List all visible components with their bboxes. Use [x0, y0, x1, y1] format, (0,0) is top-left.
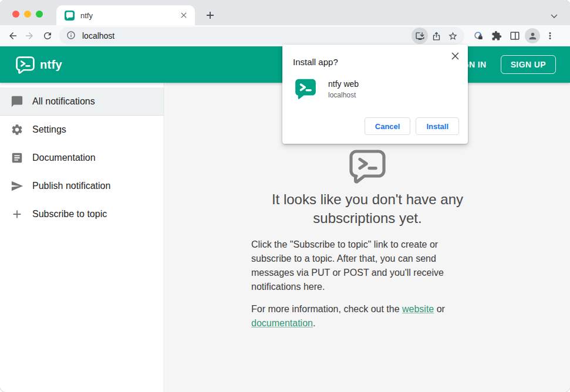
sidebar-item-publish-notification[interactable]: Publish notification: [0, 172, 164, 200]
plus-icon: [11, 208, 23, 221]
browser-tab-ntfy[interactable]: ntfy: [56, 5, 195, 25]
install-app-icon[interactable]: [412, 28, 428, 44]
send-icon: [11, 180, 23, 192]
cancel-button[interactable]: Cancel: [365, 117, 411, 135]
more-info-suffix: .: [313, 318, 315, 328]
extensions-puzzle-icon[interactable]: [488, 28, 505, 44]
tab-close-icon[interactable]: [178, 10, 189, 21]
dialog-buttons: Cancel Install: [365, 117, 459, 135]
chat-bubble-icon: [11, 95, 23, 108]
sidebar-item-label: Publish notification: [32, 181, 110, 191]
tab-title: ntfy: [80, 11, 178, 20]
ntfy-favicon-icon: [65, 11, 75, 21]
zoom-window-button[interactable]: [36, 11, 43, 18]
tab-strip: ntfy: [0, 0, 570, 25]
forward-icon[interactable]: [21, 28, 38, 44]
extension-lock-icon[interactable]: [470, 28, 487, 44]
intro-paragraph: Click the "Subscribe to topic" link to c…: [251, 238, 457, 294]
new-tab-button[interactable]: [203, 8, 217, 22]
browser-toolbar: localhost: [0, 25, 570, 46]
install-app-dialog: Install app? ntfy web localhost Cancel I…: [282, 45, 468, 144]
sidebar-item-subscribe-to-topic[interactable]: Subscribe to topic: [0, 200, 164, 228]
more-info-prefix: For more information, check out the: [251, 304, 402, 314]
sidebar: All notifications Settings Documentation…: [0, 83, 164, 392]
share-icon[interactable]: [428, 28, 444, 44]
article-icon: [11, 151, 23, 164]
browser-window: ntfy localhost: [0, 0, 570, 392]
more-info-middle: or: [434, 304, 445, 314]
empty-state-heading: It looks like you don't have any subscri…: [241, 190, 494, 228]
documentation-link[interactable]: documentation: [251, 318, 313, 328]
sidebar-item-documentation[interactable]: Documentation: [0, 144, 164, 172]
close-window-button[interactable]: [12, 11, 19, 18]
gear-icon: [11, 123, 23, 136]
minimize-window-button[interactable]: [24, 11, 31, 18]
brand-name: ntfy: [40, 58, 62, 72]
empty-state-text: Click the "Subscribe to topic" link to c…: [251, 238, 457, 330]
ntfy-logo-icon: [15, 56, 35, 74]
page-info-icon[interactable]: [66, 31, 77, 41]
sidebar-item-label: Documentation: [32, 153, 96, 163]
window-controls: [12, 11, 43, 18]
ntfy-app-icon: [295, 78, 316, 100]
dialog-close-icon[interactable]: [448, 49, 461, 62]
tab-search-chevron-icon[interactable]: [550, 12, 559, 21]
profile-avatar-icon[interactable]: [525, 28, 540, 43]
reload-icon[interactable]: [39, 28, 56, 44]
sidebar-item-settings[interactable]: Settings: [0, 116, 164, 144]
side-panel-icon[interactable]: [507, 28, 523, 44]
sidebar-item-label: Subscribe to topic: [32, 209, 107, 219]
bookmark-star-icon[interactable]: [444, 28, 461, 44]
url-text[interactable]: localhost: [82, 31, 412, 40]
extension-area: [470, 28, 558, 44]
install-button[interactable]: Install: [416, 117, 459, 135]
dialog-app-name: ntfy web: [328, 79, 359, 89]
address-bar[interactable]: localhost: [59, 27, 464, 45]
sidebar-item-label: Settings: [32, 124, 66, 135]
ntfy-empty-state-logo-icon: [348, 148, 387, 184]
sidebar-item-all-notifications[interactable]: All notifications: [0, 87, 164, 116]
browser-menu-icon[interactable]: [542, 28, 558, 44]
dialog-app-origin: localhost: [328, 91, 356, 99]
more-info-paragraph: For more information, check out the webs…: [251, 302, 457, 330]
back-icon[interactable]: [5, 28, 21, 44]
sign-up-button[interactable]: SIGN UP: [501, 55, 556, 74]
website-link[interactable]: website: [402, 304, 434, 314]
sidebar-item-label: All notifications: [32, 96, 95, 107]
dialog-title: Install app?: [293, 57, 338, 67]
